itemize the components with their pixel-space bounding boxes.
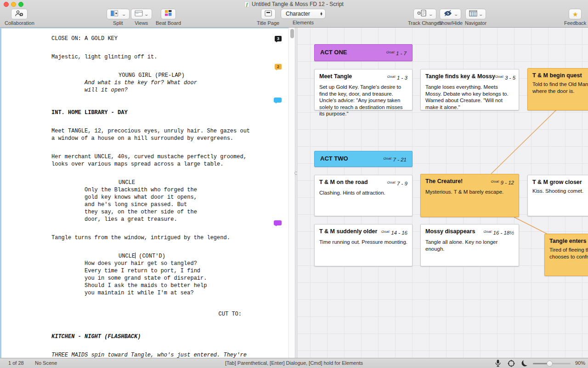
card-title: Tangle finds key & Mossy <box>425 73 495 80</box>
card-goal: Goal:7 - 9 <box>387 179 407 187</box>
chevron-down-icon: ⌄ <box>144 12 149 17</box>
scene-number-badge[interactable]: 3 <box>275 36 282 41</box>
script-block-character[interactable]: UNCLE (CONT'D) <box>119 253 267 260</box>
navigator-button[interactable]: ⌄ Navigator <box>465 9 486 26</box>
card-body: Tangle all alone. Key no longer enough. <box>425 239 514 252</box>
track-changes-button[interactable]: ⌄ Track Changes <box>408 9 442 26</box>
card-body: Tired of fleeing the chooses to confro <box>549 247 588 260</box>
card-title: Mossy disappears <box>425 228 475 235</box>
card-goal: Goal:1 - 7 <box>386 49 407 57</box>
focus-mode-icon[interactable] <box>507 359 515 368</box>
beat-card[interactable]: The Creature!Goal:9 - 12Mysterious. T & … <box>420 174 519 217</box>
chevron-down-icon: ⌄ <box>478 12 483 17</box>
chevron-down-icon: ⌄ <box>429 12 434 17</box>
beat-card[interactable]: Tangle enters laTired of fleeing the cho… <box>544 234 588 276</box>
views-icon <box>135 10 143 18</box>
views-button[interactable]: ⌄ Views <box>131 9 152 26</box>
close-button[interactable] <box>4 2 9 7</box>
card-body: Told to find the Old Man. H where the do… <box>532 81 588 94</box>
app-window: f Untitled Tangle & Moss FD 12 - Script … <box>0 0 588 368</box>
document-icon: f <box>244 1 249 7</box>
script-block-action[interactable]: Tangle turns from the window, intrigued … <box>51 234 267 242</box>
show-hide-button[interactable]: ⌄ Show/Hide <box>438 9 463 26</box>
title-page-button[interactable]: Title Page <box>257 9 279 26</box>
act-structure-card[interactable]: ACT ONEGoal:1 - 7 <box>314 44 413 61</box>
script-note-icon[interactable] <box>274 98 282 103</box>
feedback-button[interactable]: ★ Feedback <box>564 9 586 26</box>
card-title: T & M suddenly older <box>319 228 377 235</box>
collaboration-button[interactable]: Collaboration <box>5 9 34 26</box>
script-block-scene[interactable]: KITCHEN - NIGHT (FLASHBACK) <box>51 333 267 340</box>
status-bar: 1 of 28 No Scene [Tab] Parenthetical, [E… <box>0 358 588 368</box>
collaboration-icon <box>15 10 24 18</box>
card-title: The Creature! <box>425 178 463 184</box>
card-title: T & M on the road <box>319 179 368 185</box>
script-content[interactable]: CLOSE ON: A GOLD KEYMajestic, light glin… <box>51 35 267 358</box>
beat-card[interactable]: Tangle finds key & MossyGoal:3 - 5Tangle… <box>420 69 519 110</box>
script-block-character[interactable]: UNCLE <box>119 179 267 186</box>
card-goal: Goal:1 - 3 <box>387 73 407 81</box>
script-note-icon[interactable] <box>274 220 282 225</box>
act-structure-card[interactable]: ACT TWOGoal:7 - 21 <box>314 151 413 167</box>
script-block-transition[interactable]: CUT TO: <box>51 310 267 318</box>
eye-slash-icon <box>443 10 452 18</box>
script-block-dialogue[interactable]: Only the Blacksmith who forged the gold … <box>85 186 267 223</box>
toolbar: f Untitled Tangle & Moss FD 12 - Script … <box>0 0 588 28</box>
split-icon <box>110 10 120 18</box>
script-block-action[interactable]: THREE MAIDS spin toward Tangle, who's ju… <box>51 351 267 358</box>
track-changes-icon <box>417 10 427 18</box>
script-block-dialogue[interactable]: How does your hair get so tangled? Every… <box>85 260 267 297</box>
split-button[interactable]: ⌄ Split <box>107 9 130 26</box>
main-area: CLOSE ON: A GOLD KEYMajestic, light glin… <box>0 28 588 358</box>
beat-card[interactable]: Meet TangleGoal:1 - 3Set up Gold Key. Ta… <box>314 69 413 110</box>
beat-board-button[interactable]: Beat Board <box>156 9 181 26</box>
beat-card[interactable]: T & M grow closerKiss. Shooting comet. <box>527 175 588 216</box>
beat-board-icon <box>164 10 172 18</box>
script-scrollbar[interactable] <box>288 28 295 358</box>
card-body: Kiss. Shooting comet. <box>532 188 588 195</box>
dictation-mic-icon[interactable] <box>494 359 502 368</box>
card-goal: Goal:7 - 21 <box>383 155 407 163</box>
script-block-character[interactable]: YOUNG GIRL (PRE-LAP) <box>119 72 267 79</box>
card-title: ACT TWO <box>320 155 348 163</box>
minimize-button[interactable] <box>11 2 16 7</box>
scrollbar-thumb[interactable] <box>290 29 294 38</box>
zoom-slider-thumb[interactable] <box>547 361 553 367</box>
card-body: Clashing. Hints of attraction. <box>319 190 407 196</box>
script-block-action[interactable]: Meet TANGLE, 12, precocious eyes, unruly… <box>51 127 267 142</box>
script-block-action[interactable]: Her merchant UNCLE, 40s, curved mustache… <box>51 153 267 168</box>
navigator-icon <box>469 10 477 18</box>
script-block-dialogue[interactable]: And what is the key for? What door will … <box>85 79 267 94</box>
card-goal: Goal:16 - 18½ <box>483 228 514 236</box>
card-title: Meet Tangle <box>319 73 352 80</box>
beat-card[interactable]: Mossy disappearsGoal:16 - 18½Tangle all … <box>420 224 519 266</box>
script-block-scene[interactable]: INT. HOME LIBRARY - DAY <box>51 109 267 116</box>
beat-card[interactable]: T & M begin questTold to find the Old Ma… <box>527 68 588 110</box>
zoom-slider[interactable] <box>533 363 571 364</box>
elements-dropdown[interactable]: Character ▲▼ Elements <box>281 9 326 25</box>
scene-number-badge[interactable]: 2 <box>275 64 282 69</box>
elements-value: Character <box>286 11 310 17</box>
zoom-button[interactable] <box>18 2 23 7</box>
script-block-action[interactable]: CLOSE ON: A GOLD KEY <box>51 35 267 42</box>
card-body: Set up Gold Key. Tangle's desire to find… <box>319 84 407 117</box>
window-title: Untitled Tangle & Moss FD 12 - Script <box>252 1 344 7</box>
beat-card[interactable]: T & M on the roadGoal:7 - 9Clashing. Hin… <box>314 175 413 216</box>
beat-card[interactable]: T & M suddenly olderGoal:14 - 16Time run… <box>314 224 413 266</box>
card-title: T & M begin quest <box>532 72 582 79</box>
card-goal: Goal:3 - 5 <box>495 73 515 81</box>
chevron-down-icon: ⌄ <box>121 12 126 17</box>
night-mode-icon[interactable] <box>521 359 528 368</box>
card-goal: Goal:9 - 12 <box>491 178 514 186</box>
script-editor[interactable]: CLOSE ON: A GOLD KEYMajestic, light glin… <box>0 28 288 358</box>
card-body: Time running out. Pressure mounting. <box>319 239 407 246</box>
text-cursor <box>135 253 136 259</box>
script-block-action[interactable]: Majestic, light glinting off it. <box>51 53 267 61</box>
zoom-level: 90% <box>575 360 585 366</box>
card-title: Tangle enters la <box>549 238 588 244</box>
star-icon: ★ <box>572 11 578 17</box>
beat-board-panel[interactable]: ACT ONEGoal:1 - 7Meet TangleGoal:1 - 3Se… <box>297 28 588 358</box>
card-title: ACT ONE <box>320 49 347 57</box>
up-down-chevrons-icon: ▲▼ <box>320 12 323 16</box>
title-page-icon <box>265 10 272 18</box>
